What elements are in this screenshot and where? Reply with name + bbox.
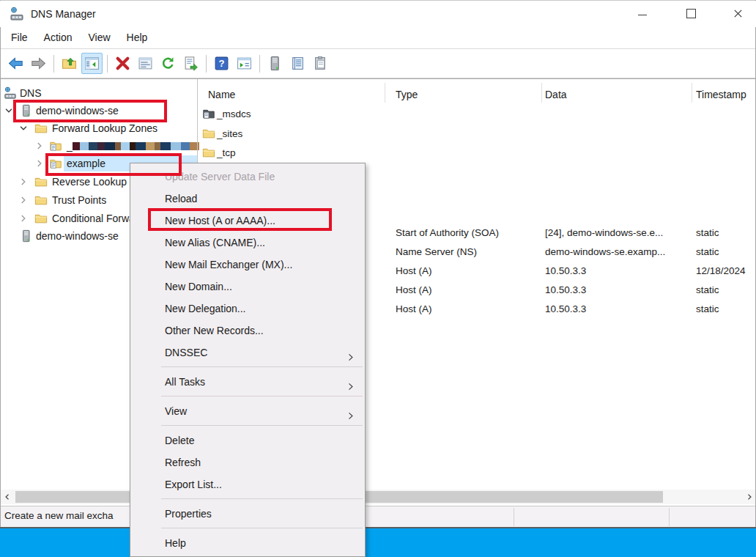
tree-item-label: demo-windows-se [36,229,119,243]
server-icon [267,56,283,71]
folder-icon [34,175,48,188]
clipboard-button[interactable] [310,53,331,74]
maximize-icon [686,9,696,18]
folder-icon [202,146,215,159]
column-divider[interactable] [541,83,542,103]
tree-item-label: _ [67,139,73,152]
menu-item-refresh[interactable]: Refresh [130,451,365,473]
column-header-name[interactable]: Name [208,89,235,100]
list-item-sites[interactable]: _sites [217,128,242,139]
chevron-left-icon [3,493,12,501]
menu-item-reload[interactable]: Reload [130,188,365,210]
new-window-button[interactable] [234,53,255,74]
folder-icon [34,212,48,225]
console-tree-toggle-icon [84,56,100,71]
tree-item-demo-windows-se[interactable]: demo-windows-se [1,102,197,119]
scroll-left-button[interactable] [1,490,13,504]
new-window-icon [237,56,252,71]
menu-item-view[interactable]: View [130,400,365,422]
menubar-item-file[interactable]: File [3,27,36,48]
export-list-button[interactable] [180,53,201,74]
server-icon [20,104,33,117]
tree-item-forward-lookup-zones[interactable]: Forward Lookup Zones [1,119,197,137]
console-tree-toggle-button[interactable] [81,53,103,74]
back-icon [8,56,23,71]
record-list-button[interactable] [287,53,308,74]
record-list-icon [290,56,305,71]
up-level-button[interactable] [59,53,80,74]
chevron-down-icon[interactable] [18,123,29,133]
column-header-type[interactable]: Type [396,89,418,100]
toolbar-separator [107,55,108,73]
delete-button[interactable] [112,53,133,74]
delete-icon [115,56,130,71]
menubar-item-view[interactable]: View [80,27,118,48]
minimize-button[interactable] [631,1,653,26]
tree-item-label: demo-windows-se [36,104,119,117]
scrollbar-thumb[interactable] [324,491,663,503]
tree-item-redacted-zone[interactable]: _ [1,137,197,155]
maximize-button[interactable] [680,1,702,26]
status-divider [669,508,670,526]
dns-manager-app-icon [10,7,24,21]
submenu-arrow-icon [346,406,355,416]
submenu-arrow-icon [346,377,355,386]
toolbar-separator [53,55,54,73]
column-divider[interactable] [385,83,385,103]
refresh-button[interactable] [158,53,179,74]
menu-item-all-tasks[interactable]: All Tasks [130,371,365,393]
menu-item-new-delegation[interactable]: New Delegation... [130,298,365,320]
menu-item-dnssec[interactable]: DNSSEC [130,342,365,364]
column-header-data[interactable]: Data [545,89,567,100]
menu-item-other-new-records[interactable]: Other New Records... [130,320,365,342]
toolbar-separator [259,55,260,73]
menu-item-new-alias-cname[interactable]: New Alias (CNAME)... [130,232,365,254]
menu-separator [161,366,363,367]
menubar-item-help[interactable]: Help [119,27,156,48]
list-item-msdcs[interactable]: _msdcs [217,108,251,119]
menubar-item-action[interactable]: Action [36,27,81,48]
chevron-down-icon[interactable] [4,106,14,116]
properties-button[interactable] [135,53,156,74]
column-header-timestamp[interactable]: Timestamp [696,89,746,100]
record-timestamp: static [696,284,719,295]
svg-text:?: ? [218,58,224,69]
column-divider[interactable] [692,83,692,103]
menu-item-new-domain[interactable]: New Domain... [130,276,365,298]
record-type: Host (A) [396,303,432,314]
taskbar[interactable] [0,528,756,557]
window-title: DNS Manager [31,1,96,27]
export-list-icon [183,56,199,71]
chevron-right-icon[interactable] [18,213,29,224]
redacted-zone-name [73,142,200,150]
tree-item-label: DNS [20,86,42,100]
zone-icon [49,139,62,152]
chevron-right-icon[interactable] [18,195,29,205]
menu-item-delete[interactable]: Delete [130,429,365,451]
list-item-tcp[interactable]: _tcp [217,147,236,158]
close-button[interactable] [727,1,749,26]
zone-icon [49,157,62,170]
folder-icon [34,193,48,207]
chevron-right-icon[interactable] [34,158,45,169]
record-timestamp: static [696,246,719,257]
chevron-right-icon[interactable] [34,141,45,151]
forward-button[interactable] [28,53,49,74]
menu-item-new-mail-exchanger-mx[interactable]: New Mail Exchanger (MX)... [130,254,365,276]
tree-item-label: example [67,157,105,170]
help-button[interactable]: ? [211,53,232,74]
record-timestamp: 12/18/2024 [696,265,746,276]
menu-item-help[interactable]: Help [130,532,365,554]
back-button[interactable] [5,53,26,74]
record-data: 10.50.3.3 [545,303,586,314]
menu-item-properties[interactable]: Properties [130,503,365,525]
folder-icon [202,127,215,140]
menu-item-export-list[interactable]: Export List... [130,473,365,495]
tree-item-dns[interactable]: DNS [1,84,197,102]
zone-context-menu: Update Server Data FileReloadNew Host (A… [130,163,366,557]
toolbar: ? [1,48,755,78]
server-button[interactable] [264,53,286,74]
chevron-right-icon[interactable] [18,177,29,187]
menu-item-new-host-a-or-aaaa[interactable]: New Host (A or AAAA)... [130,210,365,232]
scroll-right-button[interactable] [743,490,755,504]
